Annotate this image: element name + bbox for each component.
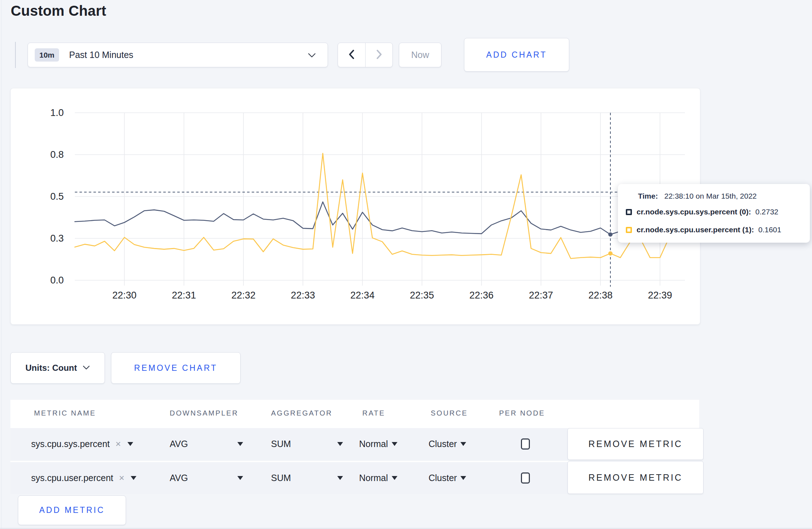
per-node-checkbox[interactable] [521, 472, 530, 484]
header-metric-name: METRIC NAME [34, 409, 96, 417]
series-sys-swatch-icon [626, 209, 632, 215]
tooltip-time-row: Time: 22:38:10 on Mar 15th, 2022 [638, 192, 757, 200]
time-range-label: Past 10 Minutes [69, 50, 133, 60]
downsampler-value: AVG [170, 473, 188, 483]
source-select[interactable]: Cluster [429, 428, 466, 460]
now-button[interactable]: Now [399, 43, 441, 67]
page-bottom-border [0, 528, 812, 529]
rate-select[interactable]: Normal [359, 428, 397, 460]
add-chart-button[interactable]: ADD CHART [464, 38, 569, 72]
caret-down-icon [392, 442, 397, 446]
clear-metric-icon[interactable]: × [116, 438, 121, 450]
remove-chart-button[interactable]: REMOVE CHART [111, 352, 241, 384]
add-metric-label: ADD METRIC [39, 505, 105, 515]
tooltip-series-name: cr.node.sys.cpu.sys.percent (0): [637, 208, 751, 216]
caret-down-icon [392, 476, 397, 480]
source-value: Cluster [429, 439, 457, 449]
series-user-swatch-icon [626, 227, 632, 233]
header-per-node: PER NODE [499, 409, 545, 417]
caret-down-icon [337, 476, 343, 480]
downsampler-value: AVG [170, 439, 188, 449]
tooltip-series-value: 0.2732 [755, 208, 778, 216]
svg-text:1.0: 1.0 [50, 107, 64, 118]
svg-text:0.0: 0.0 [50, 275, 64, 286]
tooltip-series-value: 0.1601 [758, 225, 781, 234]
now-button-label: Now [411, 50, 429, 60]
metric-name-select[interactable]: sys.cpu.user.percent × [31, 462, 136, 494]
line-chart[interactable]: 0.00.30.50.81.022:3022:3122:3222:3322:34… [11, 88, 701, 325]
source-select[interactable]: Cluster [429, 462, 466, 494]
time-nav-group [338, 43, 393, 67]
svg-text:22:33: 22:33 [291, 290, 315, 301]
per-node-checkbox[interactable] [521, 438, 530, 450]
svg-text:22:30: 22:30 [112, 290, 137, 301]
remove-chart-label: REMOVE CHART [134, 363, 218, 373]
caret-down-icon [237, 476, 243, 480]
chevron-left-icon [348, 49, 356, 61]
rate-value: Normal [359, 473, 388, 483]
time-prev-button[interactable] [338, 43, 365, 67]
remove-metric-label: REMOVE METRIC [588, 439, 682, 449]
header-source: SOURCE [431, 409, 468, 417]
svg-text:22:39: 22:39 [648, 290, 672, 301]
caret-down-icon [337, 442, 343, 446]
aggregator-value: SUM [271, 439, 291, 449]
svg-text:22:34: 22:34 [351, 290, 375, 301]
clear-metric-icon[interactable]: × [119, 472, 124, 484]
aggregator-select[interactable]: SUM [271, 428, 343, 460]
tooltip-series-row: cr.node.sys.cpu.user.percent (1): 0.1601 [626, 225, 781, 234]
per-node-cell [514, 462, 536, 494]
svg-text:22:37: 22:37 [529, 290, 553, 301]
rate-select[interactable]: Normal [359, 462, 397, 494]
caret-down-icon[interactable] [127, 442, 133, 446]
aggregator-select[interactable]: SUM [271, 462, 343, 494]
header-rate: RATE [362, 409, 385, 417]
remove-metric-button[interactable]: REMOVE METRIC [567, 461, 704, 494]
metric-name-value: sys.cpu.sys.percent [31, 439, 110, 449]
tooltip-time-label: Time: [638, 192, 658, 200]
downsampler-select[interactable]: AVG [170, 462, 243, 494]
svg-text:0.3: 0.3 [50, 233, 64, 244]
units-select[interactable]: Units: Count [10, 352, 105, 384]
rate-value: Normal [359, 439, 388, 449]
metrics-table-header: METRIC NAME DOWNSAMPLER AGGREGATOR RATE … [10, 400, 699, 428]
time-range-badge: 10m [35, 48, 59, 62]
per-node-cell [514, 428, 536, 460]
chevron-down-icon [83, 365, 90, 371]
remove-metric-label: REMOVE METRIC [588, 472, 682, 483]
metric-name-value: sys.cpu.user.percent [31, 473, 113, 483]
time-range-select[interactable]: 10m Past 10 Minutes [28, 43, 328, 67]
metric-row: sys.cpu.user.percent × AVG SUM Normal Cl… [10, 461, 699, 494]
svg-text:22:32: 22:32 [231, 290, 256, 301]
tooltip-series-name: cr.node.sys.cpu.user.percent (1): [637, 225, 754, 234]
svg-text:22:31: 22:31 [172, 290, 196, 301]
tooltip-time-value: 22:38:10 on Mar 15th, 2022 [664, 192, 757, 200]
chart-card[interactable]: 0.00.30.50.81.022:3022:3122:3222:3322:34… [10, 88, 700, 325]
remove-metric-button[interactable]: REMOVE METRIC [567, 428, 704, 460]
page-left-border [1, 0, 1, 529]
units-select-label: Units: Count [25, 363, 77, 373]
svg-text:0.8: 0.8 [50, 149, 64, 160]
svg-text:22:36: 22:36 [469, 290, 494, 301]
caret-down-icon[interactable] [131, 476, 136, 480]
aggregator-value: SUM [271, 473, 291, 483]
svg-text:0.5: 0.5 [50, 191, 64, 202]
custom-chart-page: Custom Chart 10m Past 10 Minutes Now ADD… [0, 0, 812, 529]
header-aggregator: AGGREGATOR [271, 409, 333, 417]
metric-name-select[interactable]: sys.cpu.sys.percent × [31, 428, 133, 460]
page-title: Custom Chart [11, 3, 106, 19]
caret-down-icon [460, 442, 466, 446]
metric-row: sys.cpu.sys.percent × AVG SUM Normal Clu… [10, 428, 699, 460]
caret-down-icon [460, 476, 466, 480]
downsampler-select[interactable]: AVG [170, 428, 243, 460]
source-value: Cluster [429, 473, 457, 483]
chart-tooltip: Time: 22:38:10 on Mar 15th, 2022 cr.node… [618, 184, 810, 243]
chevron-down-icon [308, 53, 316, 59]
caret-down-icon [237, 442, 243, 446]
add-chart-label: ADD CHART [486, 50, 547, 60]
svg-text:22:35: 22:35 [410, 290, 434, 301]
time-next-button[interactable] [365, 43, 392, 67]
add-metric-button[interactable]: ADD METRIC [18, 495, 126, 525]
tooltip-series-row: cr.node.sys.cpu.sys.percent (0): 0.2732 [626, 208, 778, 216]
chevron-right-icon [375, 49, 383, 61]
